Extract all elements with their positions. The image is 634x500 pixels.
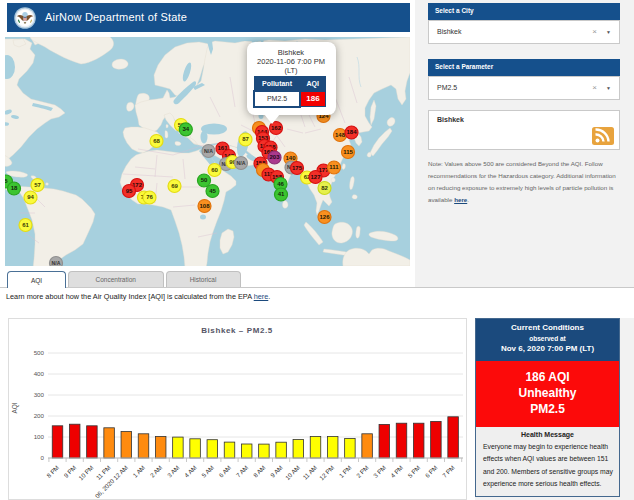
svg-text:68: 68 [153, 138, 160, 144]
svg-text:12 PM: 12 PM [318, 464, 336, 482]
svg-text:87: 87 [242, 136, 249, 142]
svg-text:18: 18 [11, 185, 18, 191]
svg-text:5 AM: 5 AM [200, 464, 215, 479]
svg-text:94: 94 [27, 194, 34, 200]
svg-text:10 AM: 10 AM [284, 464, 301, 481]
svg-text:5 PM: 5 PM [406, 464, 421, 479]
svg-text:126: 126 [319, 214, 330, 220]
svg-text:175: 175 [292, 165, 303, 171]
svg-text:9 PM: 9 PM [62, 464, 77, 479]
svg-text:1 AM: 1 AM [131, 464, 146, 479]
svg-text:95: 95 [126, 188, 133, 194]
svg-text:400: 400 [34, 370, 45, 377]
svg-text:162: 162 [271, 125, 282, 131]
svg-text:6 PM: 6 PM [423, 464, 438, 479]
svg-text:108: 108 [199, 203, 210, 209]
svg-text:11 AM: 11 AM [301, 464, 318, 481]
svg-text:46: 46 [277, 181, 284, 187]
svg-text:300: 300 [34, 391, 45, 398]
svg-text:45: 45 [209, 188, 216, 194]
svg-text:203: 203 [269, 154, 280, 160]
svg-text:34: 34 [182, 126, 189, 132]
svg-text:2 AM: 2 AM [148, 464, 163, 479]
svg-text:115: 115 [343, 149, 353, 155]
svg-text:7 AM: 7 AM [234, 464, 249, 479]
svg-text:200: 200 [34, 412, 45, 419]
svg-text:100: 100 [34, 433, 45, 440]
svg-text:61: 61 [22, 222, 29, 228]
svg-text:148: 148 [335, 132, 346, 138]
svg-text:4 PM: 4 PM [389, 464, 404, 479]
svg-text:184: 184 [346, 129, 357, 135]
svg-text:0: 0 [41, 454, 45, 461]
svg-text:41: 41 [278, 191, 285, 197]
svg-text:50: 50 [201, 177, 208, 183]
svg-text:60: 60 [211, 167, 218, 173]
svg-text:4 AM: 4 AM [183, 464, 198, 479]
svg-text:1 PM: 1 PM [337, 464, 352, 479]
svg-text:Bishkek – PM2.5: Bishkek – PM2.5 [201, 326, 273, 335]
svg-text:N/A: N/A [52, 260, 61, 266]
svg-text:8 AM: 8 AM [252, 464, 267, 479]
svg-text:57: 57 [34, 182, 41, 188]
svg-text:7 PM: 7 PM [441, 464, 456, 479]
svg-text:9 AM: 9 AM [269, 464, 284, 479]
svg-text:127: 127 [310, 174, 321, 180]
svg-text:8 PM: 8 PM [45, 464, 60, 479]
svg-text:N/A: N/A [237, 160, 246, 166]
svg-text:N/A: N/A [204, 148, 213, 154]
svg-text:76: 76 [146, 194, 153, 200]
svg-text:10 PM: 10 PM [77, 464, 95, 482]
svg-text:AQI: AQI [11, 402, 19, 413]
svg-text:500: 500 [34, 349, 45, 356]
svg-text:3 AM: 3 AM [166, 464, 181, 479]
svg-text:6 AM: 6 AM [217, 464, 232, 479]
svg-text:69: 69 [171, 183, 178, 189]
svg-text:111: 111 [329, 164, 339, 170]
svg-text:82: 82 [321, 185, 328, 191]
svg-text:3 PM: 3 PM [372, 464, 387, 479]
svg-text:2 PM: 2 PM [355, 464, 370, 479]
